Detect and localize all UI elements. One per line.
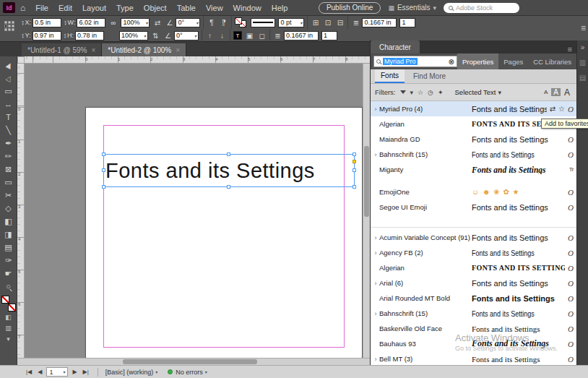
expand-arrow-icon[interactable]: › (372, 151, 379, 158)
paragraph-direction-ltr-button[interactable]: ¶ (207, 19, 216, 27)
chevron-down-icon[interactable]: ▾ (63, 369, 65, 374)
gradient-feather-tool[interactable]: ◨ (0, 228, 17, 241)
note-tool[interactable]: ▤ (0, 241, 17, 254)
handle-top-right[interactable] (353, 153, 356, 156)
stroke-weight-field[interactable]: 0 pt▾ (278, 18, 304, 27)
ref-dot[interactable] (12, 21, 14, 24)
eyedropper-tool[interactable]: ✑ (0, 254, 17, 267)
opentype-icon[interactable]: O (568, 135, 574, 144)
view-options-button[interactable]: ▾ (0, 333, 17, 344)
chevron-down-icon[interactable]: ▾ (410, 89, 414, 96)
scissors-tool[interactable]: ✂ (0, 189, 17, 202)
width-value[interactable]: 6.02 in (77, 18, 105, 27)
publish-online-button[interactable]: Publish Online (319, 2, 381, 14)
font-row[interactable]: Baskerville Old FaceFonts and its Settin… (371, 321, 576, 336)
zoom-tool[interactable]: ○ (0, 280, 17, 293)
preflight-status-dropdown[interactable]: No errors ▾ (176, 369, 207, 376)
expand-arrow-icon[interactable]: › (372, 106, 379, 113)
dock-tab[interactable]: Properties (457, 53, 498, 69)
chevron-down-icon[interactable]: ▾ (145, 20, 147, 25)
horizontal-scrollbar[interactable] (17, 358, 370, 365)
chevron-down-icon[interactable]: ▾ (144, 33, 146, 38)
dock-panel-icon[interactable]: ▤ (579, 74, 586, 82)
scale-y-field[interactable]: 100%▾ (119, 31, 148, 40)
spinner[interactable]: ▴▾ (22, 20, 24, 25)
font-row[interactable]: Maiandra GDFonts and its SettingsO (371, 132, 576, 147)
font-row[interactable]: Segoe UI EmojiFonts and its SettingsO (371, 199, 576, 215)
reference-point-proxy[interactable] (4, 21, 14, 31)
paragraph-direction-rtl-button[interactable]: ¶ (219, 19, 228, 27)
collapse-panels-icon[interactable]: » (581, 43, 585, 51)
expand-arrow-icon[interactable]: › (372, 356, 379, 363)
opentype-icon[interactable]: O (568, 264, 574, 272)
menu-item[interactable]: Object (139, 4, 172, 12)
ref-dot[interactable] (12, 28, 14, 31)
pen-tool[interactable]: ✒ (0, 137, 17, 150)
flip-horizontal-button[interactable]: ⇄ (152, 19, 162, 27)
opentype-icon[interactable]: O (568, 105, 574, 113)
rotation-value[interactable]: 0°▾ (176, 18, 200, 27)
home-icon[interactable]: ⌂ (17, 3, 29, 13)
character-panel-tab[interactable]: Character (371, 40, 420, 53)
corner-options-handle[interactable] (353, 160, 356, 163)
truetype-icon[interactable]: Tr (569, 166, 574, 173)
last-page-button[interactable]: ▶| (82, 369, 90, 375)
flip-vertical-button[interactable]: ⇅ (151, 32, 160, 40)
control-panel-menu-icon[interactable]: ≡ (581, 23, 586, 33)
fonts-tab[interactable]: Fonts (375, 69, 405, 83)
document-tab[interactable]: *Untitled-1 @ 59% × (22, 43, 102, 56)
select-previous-object-button[interactable]: ↑ (205, 32, 215, 40)
opentype-icon[interactable]: O (568, 325, 574, 333)
rotation-field[interactable]: ∠ 0°▾ (165, 18, 200, 27)
preflight-profile-dropdown[interactable]: [Basic] (working) ▾ (105, 369, 158, 376)
scrollbar-thumb[interactable] (364, 146, 369, 217)
menu-item[interactable]: View (201, 4, 228, 12)
fill-stroke-proxy[interactable] (235, 17, 248, 28)
document-tab[interactable]: *Untitled-2 @ 100% × (102, 43, 186, 56)
stroke-type-dropdown[interactable] (251, 18, 275, 27)
font-row[interactable]: EmojiOne☺ ☻ ❀ ✿ ★O (371, 184, 576, 199)
shear-value[interactable]: 0°▾ (174, 31, 199, 40)
x-position-value[interactable]: 0.5 in (33, 18, 61, 27)
menu-item[interactable]: Table (172, 4, 201, 12)
hand-tool[interactable]: ☛ (0, 267, 17, 280)
handle-bottom-left[interactable] (102, 185, 105, 189)
clear-search-icon[interactable]: ⊗ (449, 58, 454, 66)
font-row[interactable]: ›Acumin Variable Concept (91)Fonts and i… (371, 230, 576, 245)
font-row[interactable]: MigantyFonts and its SettingsTr (371, 162, 576, 177)
selection-scope-dropdown[interactable]: Selected Text ▾ (455, 88, 501, 96)
fill-swatch-none[interactable] (235, 17, 242, 25)
fill-swatch[interactable] (1, 296, 9, 304)
font-row[interactable]: ›Myriad Pro (4)Fonts and its Settings⇄☆O (371, 101, 576, 116)
vertical-scrollbar[interactable] (363, 64, 370, 358)
center-content-button[interactable]: ⊟ (335, 19, 345, 27)
columns-field-1[interactable]: 1 (399, 18, 415, 27)
opentype-icon[interactable]: O (568, 203, 574, 212)
ruler-origin[interactable] (17, 56, 25, 64)
pencil-tool[interactable]: ✏ (0, 150, 17, 163)
font-row[interactable]: Bauhaus 93Fonts and its SettingsO (371, 336, 576, 351)
select-content-button[interactable]: ◻ (257, 32, 267, 40)
direct-selection-tool[interactable]: ▷ (0, 72, 17, 85)
filter-funnel-icon[interactable] (400, 90, 406, 94)
columns-value-2[interactable]: 1 (321, 31, 337, 40)
opentype-icon[interactable]: O (568, 309, 574, 318)
fill-stroke-swatches[interactable] (1, 296, 16, 312)
preview-size-button[interactable]: A (551, 88, 561, 96)
expand-arrow-icon[interactable]: › (372, 249, 379, 257)
line-tool[interactable]: ╲ (0, 124, 17, 137)
panel-menu-icon[interactable]: ≡ (568, 45, 576, 53)
ref-dot[interactable] (12, 25, 14, 27)
height-field[interactable]: ▴▾ H: 0.78 in (64, 31, 105, 40)
visual-similarity-icon[interactable]: ✦ (438, 89, 444, 96)
spinner[interactable]: ▴▾ (64, 33, 66, 38)
fit-content-to-frame-button[interactable]: ⊡ (323, 19, 332, 27)
stroke-swatch[interactable] (8, 304, 16, 312)
ref-dot[interactable] (8, 25, 11, 27)
opentype-icon[interactable]: O (568, 355, 574, 364)
handle-middle-left[interactable] (102, 168, 105, 172)
height-value[interactable]: 0.78 in (75, 31, 104, 40)
frame-text[interactable]: Fonts and its Settings (104, 155, 354, 186)
previous-page-button[interactable]: ◀ (36, 369, 43, 375)
rectangle-tool[interactable]: ▭ (0, 176, 17, 189)
